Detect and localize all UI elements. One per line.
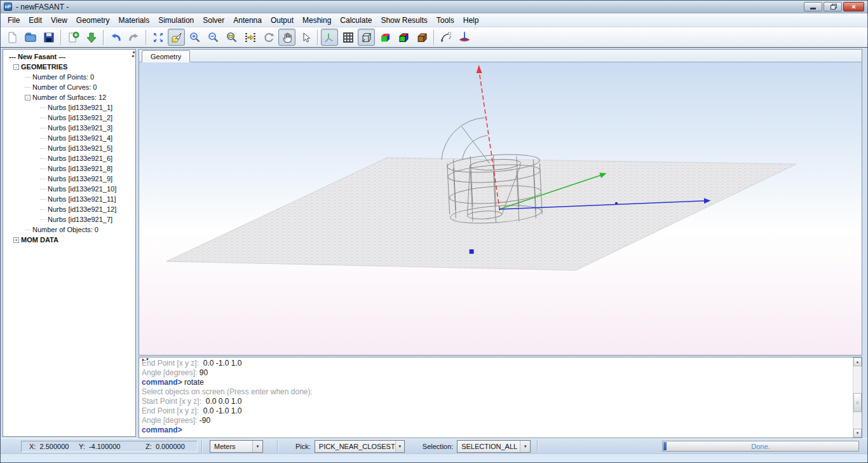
zoom-in-button[interactable] xyxy=(186,29,203,46)
axes-icon xyxy=(323,31,336,44)
tree-item-mom-data[interactable]: +MOM DATA xyxy=(3,235,135,245)
menu-meshing[interactable]: Meshing xyxy=(298,13,336,27)
textured-cube-icon xyxy=(416,31,428,44)
zoom-window-button[interactable] xyxy=(223,29,240,46)
collapse-up-icon[interactable]: ▲ xyxy=(141,357,146,361)
tree-item-curves[interactable]: Number of Curves: 0 xyxy=(3,82,135,92)
x-coordinate: X: 2.500000 xyxy=(22,443,79,450)
menu-show-results[interactable]: Show Results xyxy=(376,13,431,27)
tree-item-nurbs[interactable]: Nurbs [id133e921_11] xyxy=(3,194,135,204)
console-line: command> rotate xyxy=(142,378,851,387)
menu-view[interactable]: View xyxy=(46,13,72,27)
rotate-view-button[interactable] xyxy=(260,29,277,46)
collapse-down-icon[interactable]: ▼ xyxy=(146,357,150,361)
menu-solver[interactable]: Solver xyxy=(198,13,229,27)
select-3d-icon xyxy=(170,31,183,44)
plane-wave-tool-button[interactable] xyxy=(456,29,473,46)
tree-item-nurbs[interactable]: Nurbs [id133e921_3] xyxy=(3,123,135,133)
viewport-panel: Geometry xyxy=(139,49,862,356)
tree-item-points[interactable]: Number of Points: 0 xyxy=(3,72,135,82)
tree-item-nurbs[interactable]: Nurbs [id133e921_6] xyxy=(3,153,135,163)
scene-3d[interactable] xyxy=(139,62,862,355)
undo-button[interactable] xyxy=(107,29,124,46)
viewport-3d-canvas[interactable] xyxy=(139,62,862,355)
save-file-button[interactable] xyxy=(40,29,57,46)
view-grid-button[interactable] xyxy=(339,29,356,46)
zoom-extents-button[interactable] xyxy=(241,29,259,46)
select-3d-button[interactable] xyxy=(168,29,185,46)
view-wireframe-button[interactable] xyxy=(358,29,375,46)
tree-item-nurbs[interactable]: Nurbs [id133e921_5] xyxy=(3,143,135,153)
close-button[interactable]: ✕ xyxy=(843,2,864,11)
toolbar-separator xyxy=(103,30,104,45)
console-splitter[interactable]: ▲▼ xyxy=(141,357,150,361)
units-select[interactable]: Meters ▼ xyxy=(210,440,263,453)
new-geometry-button[interactable] xyxy=(64,29,81,46)
selection-mode-select[interactable]: SELECTION_ALL ▼ xyxy=(457,440,531,453)
menu-output[interactable]: Output xyxy=(266,13,298,27)
zoom-in-icon xyxy=(189,31,201,44)
view-flat-shaded-button[interactable] xyxy=(376,29,393,46)
tree-item-nurbs[interactable]: Nurbs [id133e921_7] xyxy=(3,214,135,225)
main-area: --- New Fasant --- -GEOMETRIES Number of… xyxy=(1,48,867,438)
menu-simulation[interactable]: Simulation xyxy=(154,13,198,27)
scrollbar-thumb[interactable]: ≡ xyxy=(853,393,862,412)
menu-help[interactable]: Help xyxy=(459,13,484,27)
expander-icon[interactable]: - xyxy=(25,95,31,100)
fit-view-button[interactable] xyxy=(149,29,166,46)
view-shaded-edges-button[interactable] xyxy=(395,29,412,46)
tree-item-nurbs[interactable]: Nurbs [id133e921_9] xyxy=(3,174,135,184)
tab-geometry[interactable]: Geometry xyxy=(142,50,190,62)
pick-mode-select[interactable]: PICK_NEAR_CLOSEST ▼ xyxy=(315,440,405,453)
app-window: nF - newFASANT - ✕ File Edit View Geomet… xyxy=(0,0,868,463)
title-bar[interactable]: nF - newFASANT - ✕ xyxy=(1,1,867,13)
menu-file[interactable]: File xyxy=(3,13,24,27)
minimize-button[interactable] xyxy=(804,2,822,11)
tree-item-objects[interactable]: Number of Objects: 0 xyxy=(3,225,135,235)
expander-icon[interactable]: - xyxy=(13,64,19,70)
tree-item-nurbs[interactable]: Nurbs [id133e921_8] xyxy=(3,163,135,174)
pan-view-button[interactable] xyxy=(278,29,295,46)
menu-tools[interactable]: Tools xyxy=(432,13,459,27)
selection-point-marker[interactable] xyxy=(470,249,474,254)
import-geometry-button[interactable] xyxy=(83,29,100,46)
tree-item-nurbs[interactable]: Nurbs [id133e921_2] xyxy=(3,113,135,123)
panel-splitter-arrows[interactable]: ◄► xyxy=(132,50,135,58)
tree-root[interactable]: --- New Fasant --- xyxy=(3,52,135,62)
tree-item-nurbs[interactable]: Nurbs [id133e921_12] xyxy=(3,204,135,214)
select-pointer-button[interactable] xyxy=(297,29,314,46)
restore-button[interactable] xyxy=(824,2,842,11)
view-axes-button[interactable] xyxy=(321,29,338,46)
console-scrollbar[interactable]: ▲ ≡ ▼ xyxy=(853,357,862,438)
viewport-tabstrip: Geometry xyxy=(139,50,862,62)
open-folder-icon xyxy=(24,31,37,44)
tree-item-geometries[interactable]: -GEOMETRIES xyxy=(3,62,135,72)
rotate-view-icon xyxy=(262,31,275,44)
menu-calculate[interactable]: Calculate xyxy=(336,13,376,27)
tree-item-surfaces[interactable]: -Number of Surfaces: 12 xyxy=(3,92,135,102)
tree-item-nurbs[interactable]: Nurbs [id133e921_10] xyxy=(3,184,135,194)
menu-edit[interactable]: Edit xyxy=(24,13,46,27)
view-textured-button[interactable] xyxy=(413,29,430,46)
status-divider xyxy=(277,440,278,453)
progress-bar: Done. xyxy=(662,441,859,452)
project-tree-panel[interactable]: --- New Fasant --- -GEOMETRIES Number of… xyxy=(3,49,136,437)
rotate-tool-button[interactable] xyxy=(437,29,454,46)
menu-antenna[interactable]: Antenna xyxy=(229,13,266,27)
tree-item-nurbs[interactable]: Nurbs [id133e921_4] xyxy=(3,133,135,143)
menu-geometry[interactable]: Geometry xyxy=(72,13,114,27)
open-file-button[interactable] xyxy=(22,29,39,46)
redo-button[interactable] xyxy=(125,29,142,46)
expander-icon[interactable]: + xyxy=(13,237,19,243)
scroll-up-button[interactable]: ▲ xyxy=(853,357,862,366)
scroll-down-button[interactable]: ▼ xyxy=(853,429,862,438)
console-line: Angle [degrees]: 90 xyxy=(142,368,851,378)
zoom-out-button[interactable] xyxy=(205,29,222,46)
new-geometry-icon xyxy=(67,31,79,44)
progress-status-text: Done. xyxy=(663,441,858,451)
command-console[interactable]: ▲▼ End Point [x y z]: 0.0 -1.0 1.0 Angle… xyxy=(139,357,862,438)
menu-materials[interactable]: Materials xyxy=(114,13,154,27)
new-file-button[interactable] xyxy=(3,29,20,46)
collapse-right-icon[interactable]: ► xyxy=(132,54,135,58)
tree-item-nurbs[interactable]: Nurbs [id133e921_1] xyxy=(3,102,135,113)
